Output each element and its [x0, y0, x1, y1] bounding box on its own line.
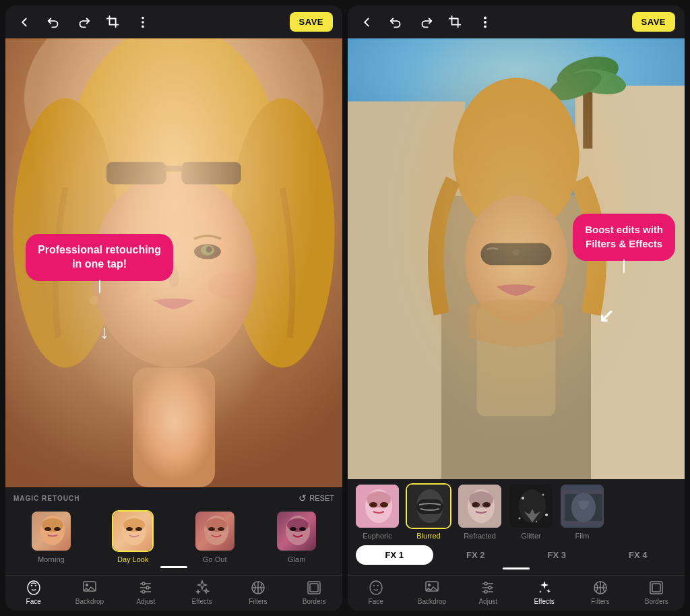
svg-point-98 [484, 582, 487, 585]
preset-glam-label: Glam [288, 555, 305, 563]
filter-glitter[interactable]: Glitter [508, 483, 554, 540]
svg-point-50 [484, 17, 486, 18]
svg-rect-55 [575, 86, 685, 479]
filter-refracted[interactable]: Refracted [457, 483, 503, 540]
left-nav-filters-label: Filters [249, 598, 267, 605]
left-nav-effects-label: Effects [191, 598, 212, 605]
right-save-button[interactable]: SAVE [632, 12, 675, 32]
svg-point-99 [489, 586, 491, 589]
svg-point-51 [484, 21, 486, 22]
fx-tab-2[interactable]: FX 2 [437, 545, 515, 565]
svg-rect-56 [441, 196, 591, 479]
filter-euphoric-thumb [354, 483, 400, 529]
left-image-area: Professional retouching in one tap! ↓ [5, 38, 342, 487]
right-nav-borders[interactable]: Borders [629, 580, 685, 605]
right-image-area: Boost edits with Filters & Effects ↙ [348, 38, 685, 479]
fx-tab-1[interactable]: FX 1 [356, 545, 433, 565]
screens-wrapper: SAVE [0, 0, 690, 616]
svg-point-44 [142, 582, 145, 585]
fx-tab-3[interactable]: FX 3 [518, 545, 596, 565]
right-nav-effects[interactable]: Effects [516, 580, 572, 605]
filter-glitter-thumb [508, 483, 554, 529]
svg-rect-18 [106, 162, 166, 184]
left-bottom-nav: Face Backdrop [5, 575, 342, 611]
right-nav-filters[interactable]: Filters [572, 580, 628, 605]
svg-rect-66 [520, 245, 549, 263]
svg-point-46 [142, 590, 145, 593]
right-callout-text: Boost edits with Filters & Effects [585, 224, 663, 249]
svg-point-92 [370, 581, 382, 594]
svg-point-86 [519, 518, 521, 520]
left-more-button[interactable] [133, 13, 152, 32]
preset-goout[interactable]: Go Out [177, 510, 253, 563]
left-crop-button[interactable] [104, 13, 123, 32]
svg-point-36 [290, 527, 296, 531]
right-nav-face[interactable]: Face [348, 580, 404, 605]
filter-euphoric[interactable]: Euphoric [354, 483, 400, 540]
filter-refracted-image [458, 485, 501, 528]
left-phone-screen: SAVE [5, 5, 342, 611]
left-nav-face-label: Face [26, 598, 41, 605]
svg-rect-8 [133, 367, 215, 487]
preset-glam[interactable]: Glam [259, 510, 335, 563]
right-crop-button[interactable] [446, 13, 465, 32]
left-nav-borders[interactable]: Borders [286, 580, 342, 605]
svg-point-0 [142, 17, 144, 18]
svg-rect-20 [165, 166, 183, 172]
svg-point-72 [380, 502, 388, 507]
right-back-button[interactable] [357, 13, 376, 32]
left-callout-bubble: Professional retouching in one tap! [26, 234, 173, 281]
svg-point-7 [230, 98, 334, 368]
right-fx-section: Euphoric Blurred [348, 479, 685, 575]
preset-daylook-image [113, 512, 152, 551]
svg-point-84 [542, 494, 544, 496]
right-toolbar-left [357, 13, 621, 32]
left-nav-backdrop-label: Backdrop [75, 598, 104, 605]
svg-point-11 [194, 244, 221, 259]
filter-blurred-thumb [406, 483, 451, 529]
svg-point-2 [142, 26, 144, 27]
svg-point-52 [484, 26, 486, 27]
svg-point-79 [472, 502, 480, 507]
preset-daylook-label: Day Look [117, 555, 148, 563]
right-undo-button[interactable] [387, 13, 406, 32]
preset-daylook-thumb [112, 510, 154, 552]
preset-morning-label: Morning [38, 555, 65, 563]
right-outdoor-image: Boost edits with Filters & Effects ↙ [348, 38, 685, 479]
left-reset-button[interactable]: ↺ RESET [299, 493, 334, 503]
svg-point-24 [44, 527, 51, 531]
left-nav-face[interactable]: Face [5, 580, 61, 605]
svg-point-100 [484, 590, 487, 593]
left-retouch-section: MAGIC RETOUCH ↺ RESET Morning [5, 487, 342, 575]
left-nav-backdrop[interactable]: Backdrop [61, 580, 117, 605]
left-save-button[interactable]: SAVE [290, 12, 333, 32]
filter-euphoric-image [356, 485, 399, 528]
preset-daylook[interactable]: Day Look [96, 510, 171, 563]
right-redo-button[interactable] [416, 13, 435, 32]
left-redo-button[interactable] [74, 13, 93, 32]
svg-rect-57 [583, 70, 592, 149]
filter-glitter-image [509, 485, 553, 528]
svg-point-40 [86, 584, 88, 586]
left-retouch-label: MAGIC RETOUCH [13, 495, 80, 502]
svg-point-33 [218, 527, 224, 531]
right-nav-backdrop[interactable]: Backdrop [404, 580, 460, 605]
filter-film[interactable]: Film [559, 483, 605, 540]
left-reset-label: RESET [309, 494, 334, 502]
left-nav-effects[interactable]: Effects [174, 580, 230, 605]
preset-goout-label: Go Out [203, 555, 226, 563]
fx-tab-4[interactable]: FX 4 [600, 545, 677, 565]
preset-morning[interactable]: Morning [13, 510, 89, 563]
left-nav-adjust[interactable]: Adjust [118, 580, 174, 605]
left-undo-button[interactable] [44, 13, 63, 32]
svg-point-32 [208, 527, 215, 531]
left-callout-arrow: ↓ [100, 321, 109, 343]
left-nav-filters[interactable]: Filters [230, 580, 286, 605]
svg-point-4 [24, 38, 323, 210]
right-nav-adjust[interactable]: Adjust [460, 580, 516, 605]
svg-point-87 [536, 521, 537, 522]
left-back-button[interactable] [15, 13, 34, 32]
filter-blurred[interactable]: Blurred [406, 483, 451, 540]
right-more-button[interactable] [476, 13, 495, 32]
left-tab-indicator [160, 566, 187, 568]
